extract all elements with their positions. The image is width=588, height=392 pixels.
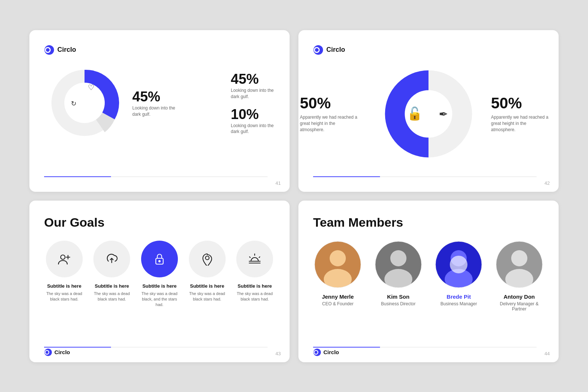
member-name-1: Kim Son [387, 294, 409, 300]
goal-subtitle-3: Subtitle is here [190, 283, 224, 289]
logo-text-1: Circlo [57, 46, 76, 54]
goal-item-0: Subtitle is here The sky was a dead blac… [44, 241, 85, 302]
avatar-kim [374, 241, 422, 288]
stat-right1-desc: Looking down into the dark gulf. [231, 87, 275, 100]
avatar-svg-brede [435, 241, 483, 288]
member-role-2: Business Manager [441, 301, 477, 306]
stat2-right-desc: Apparently we had reached a great height… [491, 114, 550, 133]
stat-right2-pct: 10% [231, 107, 275, 121]
team-row: Jenny Merle CEO & Founder Kim Son Busine… [313, 241, 544, 312]
svg-text:♡: ♡ [88, 83, 94, 91]
page-num-3: 43 [276, 351, 281, 356]
goal-circle-0 [46, 241, 83, 277]
circlo-logo-icon-2 [313, 45, 323, 55]
page-num-1: 41 [276, 180, 281, 186]
slide-2: Circlo 50% Apparently we had reached a g… [298, 30, 559, 192]
svg-point-2 [46, 48, 50, 52]
svg-point-21 [205, 256, 209, 260]
bottom-line-1 [44, 176, 268, 177]
goal-subtitle-0: Subtitle is here [47, 283, 81, 289]
bottom-line-2 [313, 176, 537, 177]
slides-container: Circlo ♡ [15, 15, 573, 377]
goal-circle-2 [141, 241, 178, 277]
right-stat-1: 45% Looking down into the dark gulf. [231, 72, 275, 100]
logo-1: Circlo [44, 45, 275, 55]
team-member-2: Brede Pit Business Manager [434, 241, 484, 306]
avatar-svg-jenny [314, 241, 362, 288]
slide4-logo-text: Circlo [323, 349, 339, 355]
slide-1: Circlo ♡ [29, 30, 290, 192]
svg-point-32 [330, 250, 346, 266]
goal-item-1: Subtitle is here The sky was a dead blac… [92, 241, 132, 302]
circlo-logo-icon-4 [313, 348, 321, 356]
svg-point-48 [511, 250, 527, 266]
goal-item-2: Subtitle is here The sky was a dead blac… [139, 241, 180, 308]
team-member-3: Antony Don Delivery Manager & Partner [495, 241, 544, 312]
bottom-line-3 [44, 347, 268, 348]
svg-point-29 [46, 351, 49, 354]
slide-4: Team Members Jenny Merle CEO & Founder [298, 201, 559, 362]
page-num-2: 42 [545, 180, 550, 186]
stat2-left-desc: Apparently we had reached a great height… [300, 114, 359, 133]
stat2-right-pct: 50% [491, 94, 557, 112]
svg-point-20 [159, 260, 160, 262]
member-role-3: Delivery Manager & Partner [495, 301, 544, 312]
goal-subtitle-2: Subtitle is here [142, 283, 176, 289]
svg-point-10 [315, 48, 319, 52]
right-stat-2: 10% Looking down into the dark gulf. [231, 107, 275, 135]
slide3-title: Our Goals [44, 215, 275, 230]
goal-circle-4 [236, 241, 273, 277]
team-member-1: Kim Son Business Director [374, 241, 423, 306]
svg-line-23 [250, 257, 250, 258]
chart-area-2: 50% Apparently we had reached a great he… [313, 62, 544, 165]
left-big-stat-2: 50% Apparently we had reached a great he… [300, 94, 366, 133]
member-role-1: Business Director [381, 301, 416, 306]
stat-right2-desc: Looking down into the dark gulf. [231, 123, 275, 135]
stat2-left-pct: 50% [300, 94, 366, 112]
goal-desc-1: The sky was a dead black stars had. [92, 291, 132, 302]
svg-text:✒: ✒ [439, 108, 448, 120]
page-num-4: 44 [545, 351, 550, 356]
avatar-svg-kim [374, 241, 422, 288]
half-pie-chart: 🔓 ✒ [377, 62, 480, 165]
left-stat-area: 45% Looking down into the dark gulf. [132, 90, 176, 118]
slide3-bottom-logo: Circlo [44, 348, 70, 356]
svg-point-44 [450, 256, 467, 273]
slide3-logo-text: Circlo [54, 349, 70, 355]
avatar-antony [495, 241, 543, 288]
svg-point-15 [61, 255, 65, 259]
avatar-jenny [314, 241, 362, 288]
svg-text:⊕: ⊕ [89, 100, 95, 107]
goal-circle-1 [93, 241, 130, 277]
logo-2: Circlo [313, 45, 544, 55]
slide4-bottom-logo: Circlo [313, 348, 339, 356]
logo-text-2: Circlo [326, 46, 345, 54]
goal-desc-3: The sky was a dead black stars had. [187, 291, 227, 302]
svg-text:↻: ↻ [71, 100, 76, 107]
stat-right1-pct: 45% [231, 72, 275, 86]
stat-left-desc: Looking down into the dark gulf. [132, 105, 176, 118]
member-name-0: Jenny Merle [322, 294, 354, 300]
goal-item-4: Subtitle is here The sky was a dead blac… [234, 241, 275, 302]
pie-chart-1: ♡ ↻ ⊕ [44, 62, 125, 143]
member-name-2: Brede Pit [447, 294, 471, 300]
goal-subtitle-4: Subtitle is here [238, 283, 272, 289]
circlo-logo-icon-1 [44, 45, 54, 55]
goal-subtitle-1: Subtitle is here [95, 283, 129, 289]
slide4-title: Team Members [313, 215, 544, 230]
chart-area-1: ♡ ↻ ⊕ 45% Looking down into the dark gul… [44, 62, 275, 145]
stat-left-pct: 45% [132, 90, 176, 104]
svg-point-37 [390, 250, 406, 266]
right-stats-1: 45% Looking down into the dark gulf. 10%… [231, 72, 275, 135]
goal-desc-2: The sky was a dead black, and the stars … [139, 291, 180, 308]
goals-row: Subtitle is here The sky was a dead blac… [44, 241, 275, 308]
svg-point-4 [64, 83, 105, 123]
member-name-3: Antony Don [503, 294, 535, 300]
goal-desc-4: The sky was a dead black stars had. [234, 291, 275, 302]
slide-3: Our Goals Subtitle is here The sky was a… [29, 201, 290, 362]
circlo-logo-icon-3 [44, 348, 52, 356]
svg-line-24 [259, 257, 260, 258]
bottom-line-4 [313, 347, 537, 348]
svg-text:🔓: 🔓 [407, 106, 423, 121]
team-member-0: Jenny Merle CEO & Founder [313, 241, 363, 306]
